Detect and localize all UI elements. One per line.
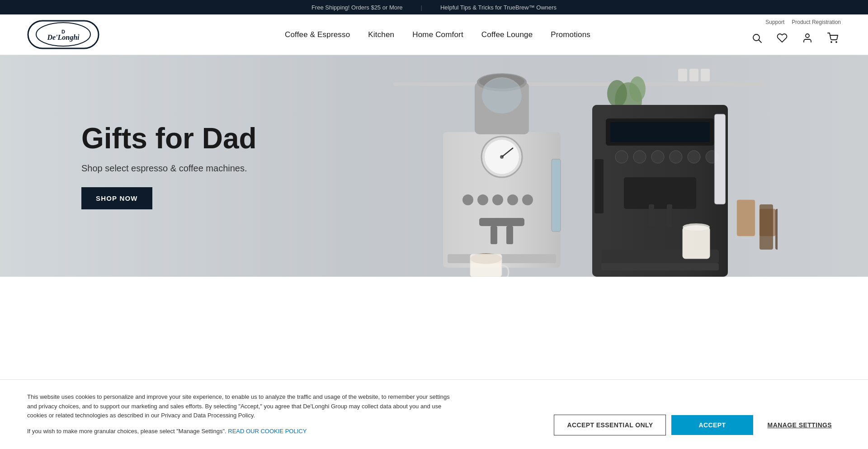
hero-content: Gifts for Dad Shop select espresso & cof… <box>0 123 257 209</box>
svg-rect-51 <box>649 204 654 227</box>
svg-line-5 <box>759 40 761 43</box>
nav-kitchen[interactable]: Kitchen <box>368 30 394 39</box>
user-icon <box>802 33 813 43</box>
svg-rect-57 <box>683 227 710 259</box>
svg-rect-55 <box>594 159 604 213</box>
svg-rect-12 <box>701 69 710 81</box>
product-registration-link[interactable]: Product Registration <box>792 19 841 25</box>
shop-now-button[interactable]: SHOP NOW <box>81 187 152 209</box>
svg-rect-43 <box>610 122 710 142</box>
heart-icon <box>777 33 788 43</box>
nav-coffee-espresso[interactable]: Coffee & Espresso <box>285 30 350 39</box>
svg-rect-63 <box>775 209 778 250</box>
svg-point-15 <box>629 76 646 102</box>
svg-point-48 <box>688 151 700 163</box>
nav-home-comfort[interactable]: Home Comfort <box>412 30 463 39</box>
top-banner: Free Shipping! Orders $25 or More | Help… <box>0 0 868 14</box>
search-icon <box>751 33 762 43</box>
svg-point-6 <box>806 34 809 38</box>
svg-rect-9 <box>393 82 764 86</box>
main-nav: Coffee & Espresso Kitchen Home Comfort C… <box>285 30 590 39</box>
svg-point-23 <box>481 78 522 114</box>
svg-rect-34 <box>491 226 497 244</box>
machines-illustration <box>371 55 778 277</box>
logo-wrap: D De'Longhi <box>27 20 99 49</box>
svg-point-47 <box>670 151 682 163</box>
support-link[interactable]: Support <box>765 19 784 25</box>
header-top-links: Support Product Registration <box>765 19 841 25</box>
svg-point-59 <box>684 225 708 231</box>
svg-rect-11 <box>689 69 698 81</box>
svg-rect-33 <box>479 218 524 226</box>
hero-section: Gifts for Dad Shop select espresso & cof… <box>0 55 868 277</box>
svg-rect-39 <box>470 254 502 277</box>
svg-point-44 <box>615 151 628 163</box>
search-button[interactable] <box>749 30 765 46</box>
svg-point-7 <box>831 42 832 43</box>
svg-point-31 <box>507 194 518 205</box>
delonghi-logo[interactable]: D De'Longhi <box>27 20 99 49</box>
svg-point-32 <box>522 194 533 205</box>
cart-icon <box>827 33 838 43</box>
account-button[interactable] <box>799 30 816 46</box>
nav-coffee-lounge[interactable]: Coffee Lounge <box>481 30 533 39</box>
hero-title: Gifts for Dad <box>81 123 257 154</box>
svg-rect-60 <box>737 200 755 236</box>
svg-point-28 <box>462 194 473 205</box>
svg-point-14 <box>607 80 627 107</box>
svg-rect-56 <box>714 114 726 204</box>
cart-button[interactable] <box>825 30 841 46</box>
hero-subtitle: Shop select espresso & coffee machines. <box>81 163 257 174</box>
svg-rect-50 <box>624 177 696 209</box>
svg-point-8 <box>836 42 837 43</box>
svg-rect-10 <box>678 69 687 81</box>
svg-rect-35 <box>506 226 513 244</box>
nav-promotions[interactable]: Promotions <box>551 30 590 39</box>
hero-machines <box>371 55 778 277</box>
header: Support Product Registration D De'Longhi… <box>0 14 868 55</box>
svg-rect-62 <box>760 204 773 250</box>
svg-rect-37 <box>552 159 561 232</box>
svg-point-29 <box>477 194 488 205</box>
banner-left: Free Shipping! Orders $25 or More <box>311 4 403 11</box>
svg-point-45 <box>633 151 646 163</box>
svg-rect-52 <box>667 204 672 227</box>
banner-divider: | <box>421 4 422 11</box>
banner-right: Helpful Tips & Tricks for TrueBrew™ Owne… <box>440 4 557 11</box>
svg-rect-54 <box>601 263 719 270</box>
svg-point-30 <box>492 194 503 205</box>
header-icons <box>749 30 841 46</box>
svg-text:De'Longhi: De'Longhi <box>47 33 80 42</box>
svg-point-46 <box>651 151 664 163</box>
wishlist-button[interactable] <box>774 30 790 46</box>
